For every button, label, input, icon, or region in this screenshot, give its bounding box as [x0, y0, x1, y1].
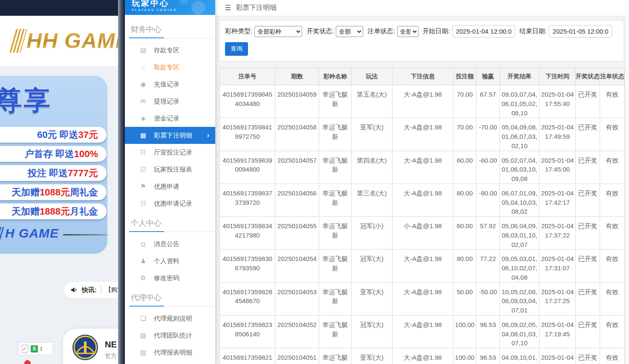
table-cell: 2025-01-04 17:15:38	[540, 348, 576, 364]
pill-text: 投注 即送	[28, 167, 68, 180]
table-cell: 已开奖	[576, 282, 600, 315]
section-finance-title: 财务中心	[129, 24, 215, 34]
sidebar-item-lottery-bet-details[interactable]: ▦ 彩票下注明细 ›	[125, 127, 215, 144]
table-cell: 大-A盘@1.98	[392, 348, 453, 364]
sidebar-item-label: 厅室投注记录	[154, 149, 192, 157]
sidebar-item-promo-apply-records[interactable]: ☷ 优惠申请记录	[125, 195, 215, 212]
table-row: 401569173598454034480 20250104059 幸运飞艇新 …	[220, 85, 625, 118]
sidebar-item-label: 玩家投注报表	[154, 166, 192, 174]
sidebar-item-label: 个人资料	[154, 257, 179, 265]
sidebar-item-agent-rules[interactable]: ❏ 代理规则说明	[125, 310, 215, 327]
query-button[interactable]: 查询	[225, 42, 248, 56]
sidebar-item-recharge-records[interactable]: ◉ 充值记录	[125, 76, 215, 93]
table-row: 401569173598390094800 20250104057 幸运飞艇新 …	[220, 151, 625, 183]
promo-banner[interactable]: 尊享 60元 即送37元 户首存 即送100% 投注 即送7777元 天加赠10…	[0, 76, 107, 254]
menu-toggle-icon[interactable]: ☰	[225, 3, 231, 12]
table-cell: 05,04,09,08,01,06,07,03,02,10	[500, 118, 540, 151]
table-cell: 60.00	[453, 151, 476, 183]
table-cell: 已开奖	[576, 217, 600, 249]
table-cell: 80.00	[453, 183, 476, 216]
sidebar-item-label: 存款专区	[154, 46, 179, 54]
start-date-label: 开始日期:	[423, 27, 450, 35]
start-date-input[interactable]	[452, 25, 515, 37]
scrollbar-track[interactable]	[625, 16, 629, 364]
bet-status-label: 注单状态:	[367, 27, 395, 35]
table-cell: 已开奖	[576, 249, 600, 282]
sidebar-item-promo-apply[interactable]: ⚑ 优惠申请	[125, 178, 215, 195]
lottery-type-select[interactable]: 全部彩种	[254, 26, 302, 37]
table-cell: 401569173598306793590	[220, 249, 275, 282]
notification-dot	[24, 360, 31, 364]
pill-text: 天加赠	[12, 186, 40, 199]
table-cell: 大-A盘@1.98	[392, 85, 453, 118]
table-cell: 2025-01-04 17:31:07	[540, 249, 576, 282]
wallet-icon: ✉	[139, 97, 147, 105]
newspaper-icon: ▥	[139, 349, 147, 356]
table-cell: 20250104057	[275, 151, 319, 183]
table-cell: 有效	[600, 348, 625, 364]
sidebar-item-agent-promotion[interactable]: < 代理推广管理	[125, 361, 215, 364]
filter-card: 彩种类型: 全部彩种 开奖状态: 全部 注单状态:	[219, 20, 624, 61]
table-cell: 2025-01-04 17:37:22	[540, 217, 576, 249]
page-title: 彩票下注明细	[236, 3, 277, 12]
table-row: 401569173598238506140 20250104052 幸运飞艇新 …	[220, 315, 625, 348]
end-date-input[interactable]	[549, 25, 612, 37]
sidebar-item-agent-team-stats[interactable]: ▥ 代理团队统计	[125, 327, 215, 344]
sidebar: 玩家中心 PLAYERS CENTER 财务中心 ▤ 存款专区 ☞ 取款专区 ◉…	[125, 0, 215, 364]
sidebar-item-change-password[interactable]: ⚙ 修改密码	[125, 269, 215, 287]
team-logo-icon	[72, 334, 99, 361]
section-agent: 代理中心	[129, 292, 215, 307]
sidebar-item-label: 代理团队统计	[154, 332, 192, 340]
table-cell: 冠军(大)	[352, 249, 392, 282]
sidebar-item-hall-bet-records[interactable]: ☷ 厅室投注记录	[125, 144, 215, 161]
promo-pill: 投注 即送7777元	[0, 165, 107, 181]
document-check-icon[interactable]	[22, 345, 28, 353]
table-cell: 05,02,07,04,01,06,03,10,09,08	[500, 151, 540, 183]
sidebar-item-label: 消息公告	[154, 240, 179, 248]
end-date-label: 结束日期:	[519, 27, 547, 35]
table-cell: 2025-01-04 17:42:17	[540, 183, 576, 216]
table-cell: 20250104056	[275, 183, 319, 216]
sidebar-item-profile[interactable]: ♟ 个人资料	[125, 252, 215, 269]
table-cell: 401569173598213878790	[220, 348, 275, 364]
green-s-icon[interactable]: S	[31, 345, 38, 353]
table-cell: -50.00	[476, 282, 500, 315]
sidebar-item-label: 充值记录	[154, 80, 179, 89]
list-icon: ☷	[139, 200, 147, 207]
table-cell: 401569173598344217980	[220, 217, 275, 249]
table-cell: 幸运飞艇新	[319, 315, 352, 348]
table-cell: 2025-01-04 17:19:45	[540, 315, 576, 348]
table-cell: 60.00	[453, 217, 476, 249]
section-personal-title: 个人中心	[129, 218, 215, 228]
table-cell: 401569173598419972750	[220, 118, 275, 151]
filter-row: 彩种类型: 全部彩种 开奖状态: 全部 注单状态:	[225, 25, 618, 37]
document-icon: ❏	[139, 315, 147, 322]
table-cell: 09,03,07,04,06,01,05,02,08,10	[500, 85, 540, 118]
arrow-down-icon[interactable]: ▾	[40, 349, 42, 351]
draw-status-select[interactable]: 全部	[336, 26, 363, 37]
table-cell: 57.92	[476, 217, 500, 249]
table-cell: 有效	[600, 315, 625, 348]
sidebar-item-label: 代理报表明细	[154, 349, 192, 357]
sidebar-item-withdraw-zone[interactable]: ☞ 取款专区	[125, 59, 215, 76]
table-cell: 大-A盘@1.98	[392, 282, 453, 315]
sidebar-item-funds-records[interactable]: ◈ 资金记录	[125, 110, 215, 127]
sidebar-item-messages[interactable]: Ω 消息公告	[125, 235, 215, 252]
newspaper-icon: ▥	[139, 332, 147, 339]
sidebar-item-player-bet-report[interactable]: ☑ 玩家投注报表	[125, 161, 215, 178]
bet-status-select[interactable]: 全部	[397, 26, 418, 37]
sidebar-item-agent-report-details[interactable]: ▥ 代理报表明细	[125, 344, 215, 361]
extension-toolbar[interactable]: S ▴▾	[19, 342, 53, 355]
sidebar-item-deposit-zone[interactable]: ▤ 存款专区	[125, 42, 215, 59]
chevron-right-icon: ›	[207, 132, 209, 139]
promo-pill: 户首存 即送100%	[0, 146, 107, 162]
table-cell: 已开奖	[576, 118, 600, 151]
toolbar-arrows[interactable]: ▴▾	[40, 346, 42, 351]
pill-text: 周礼金	[70, 186, 98, 199]
table-cell: 20250104055	[275, 217, 319, 249]
col-bet-time: 下注时间	[540, 69, 576, 85]
sidebar-item-withdraw-records[interactable]: ✉ 提现记录	[125, 93, 215, 110]
promo-pill: 天加赠1888元月礼金	[0, 203, 107, 219]
pill-highlight: 100%	[74, 149, 98, 160]
table-cell: 96.53	[476, 348, 500, 364]
